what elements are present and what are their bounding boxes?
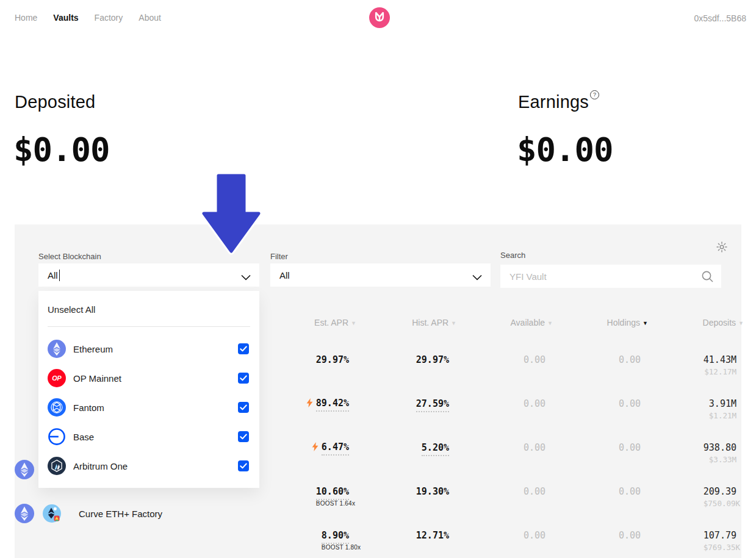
help-question-icon[interactable]: ?: [590, 90, 599, 99]
hist-apr-cell: 12.71%: [416, 530, 449, 541]
sort-caret-icon[interactable]: ▼: [738, 320, 744, 326]
base-icon: [48, 427, 66, 446]
checkbox-checked[interactable]: [238, 373, 249, 384]
holdings-cell: 0.00: [619, 530, 641, 541]
hist-apr-cell: 19.30%: [416, 486, 449, 497]
column-header-hist-apr[interactable]: Hist. APR▼: [412, 318, 456, 327]
arbitrum-icon: [48, 457, 66, 475]
vault-row[interactable]: Curve ETH+ Factory 8.90% BOOST 1.80x 12.…: [15, 513, 741, 557]
chain-option-fantom[interactable]: Fantom: [38, 393, 259, 422]
sort-caret-icon[interactable]: ▼: [451, 320, 456, 326]
vaults-page: HomeVaultsFactoryAbout 0x5sdf...5B68 Dep…: [0, 0, 756, 558]
filter-dropdown[interactable]: All: [270, 263, 491, 287]
deposits-cell: 41.43M $12.17M: [704, 354, 736, 365]
ethereum-icon: [15, 460, 34, 479]
column-header-est-apr[interactable]: Est. APR▼: [314, 318, 356, 327]
search-icon[interactable]: [701, 270, 714, 285]
checkbox-checked[interactable]: [238, 402, 249, 413]
ethplus-token-icon: [42, 504, 62, 523]
deposits-cell: 209.39 $750.09K: [704, 486, 736, 497]
sort-caret-icon[interactable]: ▼: [547, 320, 553, 326]
op-icon: OP: [48, 369, 66, 387]
search-input[interactable]: YFI Vault: [500, 265, 721, 288]
sort-caret-icon[interactable]: ▼: [643, 320, 648, 326]
boost-bolt-icon: [306, 398, 313, 410]
nav-item-about[interactable]: About: [139, 13, 161, 23]
boost-bolt-icon: [312, 442, 319, 454]
column-header-deposits[interactable]: Deposits▼: [703, 318, 744, 327]
est-apr-cell: 6.47%: [312, 442, 349, 454]
chain-list: Ethereum OP OP Mainnet Fantom Base Arbit…: [38, 334, 259, 481]
unselect-all-button[interactable]: Unselect All: [48, 304, 95, 315]
top-nav: HomeVaultsFactoryAbout 0x5sdf...5B68: [0, 0, 756, 37]
search-placeholder: YFI Vault: [509, 271, 547, 282]
wallet-address[interactable]: 0x5sdf...5B68: [694, 13, 746, 23]
checkbox-checked[interactable]: [238, 343, 249, 354]
deposits-usd: $12.17M: [704, 367, 736, 376]
est-apr-cell: 8.90% BOOST 1.80x: [322, 530, 349, 541]
nav-links: HomeVaultsFactoryAbout: [15, 13, 161, 23]
nav-item-home[interactable]: Home: [15, 13, 37, 23]
svg-text:OP: OP: [52, 374, 62, 382]
select-blockchain-label: Select Blockchain: [38, 252, 101, 261]
available-cell: 0.00: [524, 354, 545, 365]
deposited-value: $0.00: [13, 131, 110, 169]
hist-apr-cell: 27.59%: [416, 398, 449, 409]
chain-option-base[interactable]: Base: [38, 422, 259, 451]
deposits-usd: $769.35K: [704, 543, 736, 552]
checkbox-checked[interactable]: [238, 460, 249, 471]
fantom-icon: [48, 398, 66, 417]
yearn-logo-icon[interactable]: [369, 7, 390, 28]
deposited-title: Deposited: [15, 92, 95, 112]
available-cell: 0.00: [524, 398, 545, 409]
available-cell: 0.00: [524, 442, 545, 453]
filter-label: Filter: [270, 252, 288, 261]
column-header-available[interactable]: Available▼: [511, 318, 553, 327]
ethereum-icon: [48, 340, 66, 358]
holdings-cell: 0.00: [619, 486, 641, 497]
est-apr-cell: 10.60% BOOST 1.64x: [316, 486, 349, 497]
chevron-down-icon[interactable]: [241, 272, 251, 283]
filter-value: All: [279, 270, 290, 281]
earnings-title: Earnings?: [518, 92, 598, 112]
sort-caret-icon[interactable]: ▼: [351, 320, 356, 326]
down-arrow-annotation-icon: [201, 173, 261, 257]
chain-option-op-mainnet[interactable]: OP OP Mainnet: [38, 363, 259, 393]
available-cell: 0.00: [524, 530, 545, 541]
available-cell: 0.00: [524, 486, 545, 497]
column-header-holdings[interactable]: Holdings▼: [607, 318, 648, 327]
est-apr-cell: 29.97%: [316, 354, 349, 365]
hist-apr-cell: 29.97%: [416, 354, 449, 365]
search-label: Search: [500, 251, 525, 260]
deposits-usd: $1.21M: [709, 411, 736, 420]
est-apr-cell: 89.42%: [306, 398, 349, 410]
chevron-down-icon[interactable]: [472, 272, 482, 283]
settings-gear-icon[interactable]: [716, 241, 727, 252]
vault-name: Curve ETH+ Factory: [79, 509, 162, 519]
boost-label: BOOST 1.80x: [322, 544, 349, 551]
holdings-cell: 0.00: [619, 398, 641, 409]
holdings-cell: 0.00: [619, 442, 641, 453]
earnings-value: $0.00: [517, 131, 613, 169]
chain-option-ethereum[interactable]: Ethereum: [38, 334, 259, 363]
select-blockchain-dropdown[interactable]: All: [38, 263, 259, 287]
deposits-cell: 938.80 $3.33M: [704, 442, 736, 453]
checkbox-checked[interactable]: [238, 431, 249, 442]
text-caret: [59, 270, 60, 281]
hist-apr-cell: 5.20%: [422, 442, 449, 453]
nav-item-factory[interactable]: Factory: [95, 13, 123, 23]
blockchain-dropdown-panel: Unselect All Ethereum OP OP Mainnet Fant…: [38, 291, 259, 488]
holdings-cell: 0.00: [619, 354, 641, 365]
nav-item-vaults[interactable]: Vaults: [53, 13, 78, 23]
deposits-cell: 3.91M $1.21M: [709, 398, 736, 409]
deposits-cell: 107.79 $769.35K: [704, 530, 736, 541]
chain-option-arbitrum-one[interactable]: Arbitrum One: [38, 451, 259, 481]
divider: [48, 326, 250, 327]
select-blockchain-value: All: [48, 270, 58, 281]
ethereum-icon: [15, 504, 34, 523]
